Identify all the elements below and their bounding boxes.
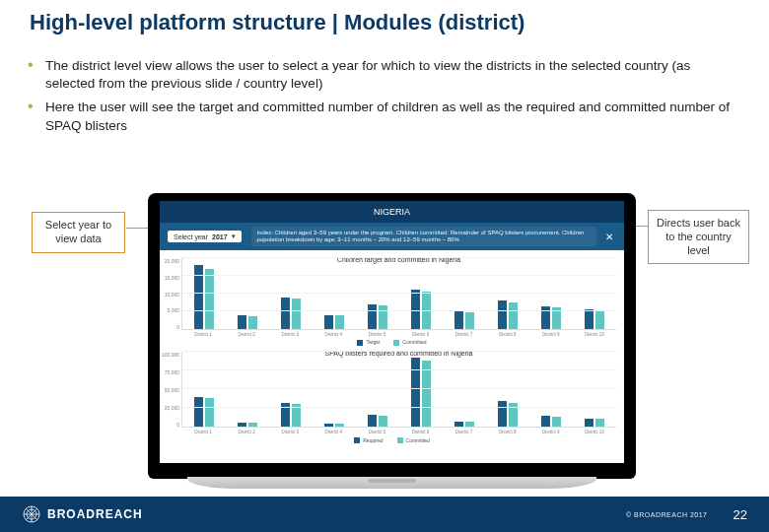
chart-area: Children target and committed in Nigeria… xyxy=(160,250,624,463)
chevron-down-icon: ▾ xyxy=(232,233,236,240)
bullet-item: The district level view allows the user … xyxy=(28,57,739,93)
header-note: Index: Children aged 3–59 years under th… xyxy=(251,227,596,245)
app-screen: NIGERIA Select year 2017 ▾ Index: Childr… xyxy=(160,201,624,463)
callout-back-country: Directs user back to the country level xyxy=(648,210,749,264)
close-icon[interactable]: ✕ xyxy=(600,228,618,245)
laptop-mockup: NIGERIA Select year 2017 ▾ Index: Childr… xyxy=(148,193,636,479)
slide-footer: BROADREACH © BROADREACH 2017 22 xyxy=(0,497,769,532)
app-header: NIGERIA xyxy=(160,201,624,223)
slide-title: High-level platform structure | Modules … xyxy=(30,10,524,35)
bullet-item: Here the user will see the target and co… xyxy=(28,99,739,134)
select-year-label: Select year xyxy=(174,233,208,240)
legend: RequiredCommitted xyxy=(160,437,624,444)
page-number: 22 xyxy=(734,507,747,522)
chart-spaq: SPAQ blisters required and committed in … xyxy=(160,344,624,441)
year-selector[interactable]: Select year 2017 ▾ xyxy=(168,231,242,242)
plot-area xyxy=(181,352,616,428)
y-axis: 100,00075,00050,00025,0000 xyxy=(162,352,179,428)
plot-area xyxy=(181,258,616,330)
app-toolbar: Select year 2017 ▾ Index: Children aged … xyxy=(160,223,624,250)
y-axis: 20,00015,00010,0005,0000 xyxy=(162,258,179,330)
selected-year: 2017 xyxy=(212,233,228,240)
callout-select-year: Select year to view data xyxy=(32,212,125,253)
brand-name: BROADREACH xyxy=(47,507,143,521)
country-name: NIGERIA xyxy=(374,207,410,217)
laptop-base xyxy=(187,477,596,489)
bullet-list: The district level view allows the user … xyxy=(28,57,739,141)
chart-children: Children target and committed in Nigeria… xyxy=(160,250,624,344)
bars xyxy=(182,258,616,329)
copyright: © BROADREACH 2017 xyxy=(626,511,708,518)
brand-logo-icon xyxy=(22,504,41,524)
